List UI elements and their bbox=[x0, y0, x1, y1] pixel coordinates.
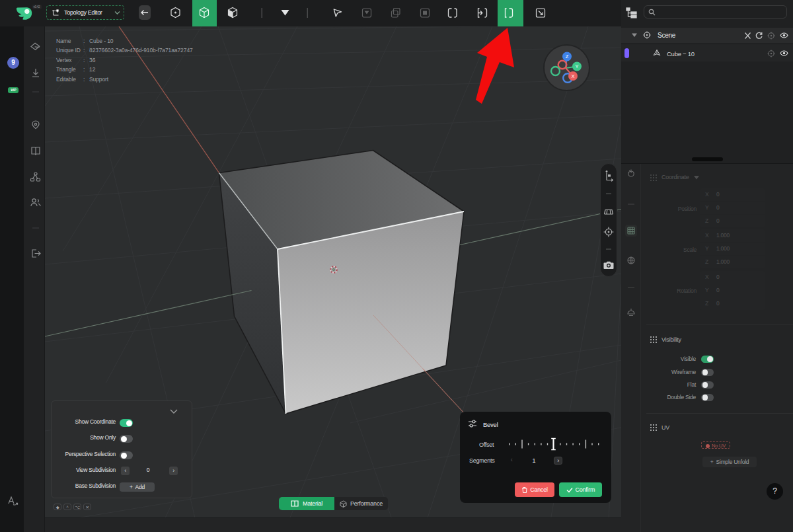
svg-text:X: X bbox=[572, 73, 575, 79]
svg-text:Y: Y bbox=[576, 63, 579, 69]
svg-text:Z: Z bbox=[566, 54, 569, 59]
